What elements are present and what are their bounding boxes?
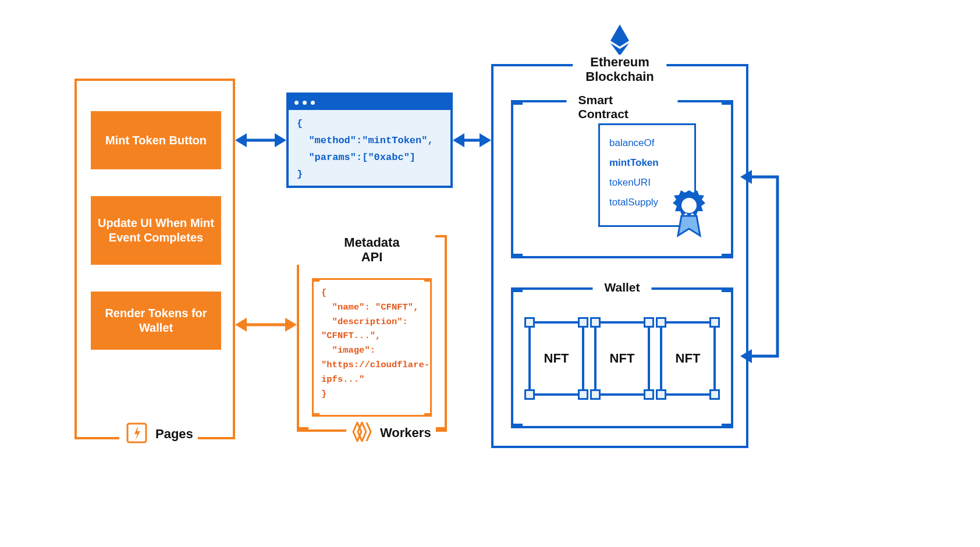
svg-marker-6 xyxy=(453,133,464,147)
svg-marker-7 xyxy=(480,133,491,147)
svg-marker-4 xyxy=(275,133,286,147)
svg-marker-11 xyxy=(740,170,752,184)
svg-marker-12 xyxy=(740,349,752,363)
connectors xyxy=(0,0,980,547)
svg-marker-9 xyxy=(235,318,247,332)
svg-marker-3 xyxy=(235,133,247,147)
svg-marker-10 xyxy=(285,318,297,332)
architecture-diagram: Mint Token Button Update UI When Mint Ev… xyxy=(0,0,980,547)
